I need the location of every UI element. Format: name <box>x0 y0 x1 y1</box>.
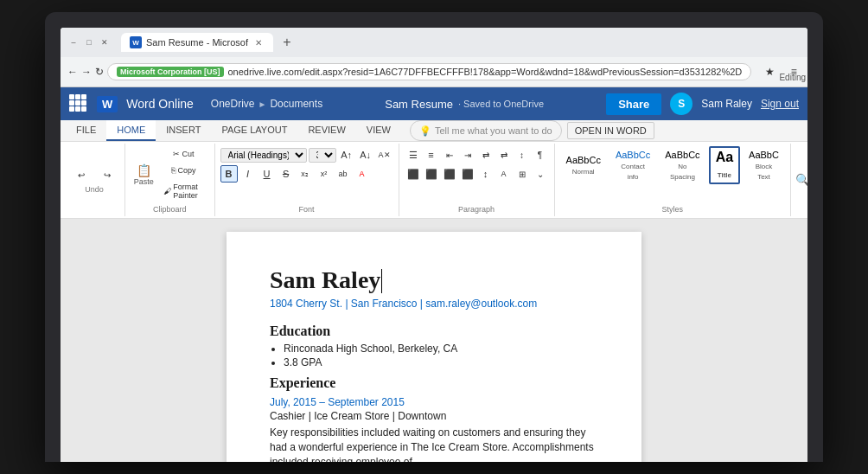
browser-tab[interactable]: W Sam Resume - Microsof ✕ <box>121 33 273 52</box>
saved-status: · Saved to OneDrive <box>458 99 544 109</box>
text-cursor <box>381 269 382 293</box>
show-marks-button[interactable]: ¶ <box>532 146 549 163</box>
decrease-indent-button[interactable]: ⇤ <box>441 146 458 163</box>
user-name[interactable]: Sam Raley <box>701 98 752 110</box>
clear-format-button[interactable]: A✕ <box>376 146 393 163</box>
search-button[interactable]: 🔍 <box>795 171 807 189</box>
style-contact-info[interactable]: AaBbCcContact info <box>610 147 656 183</box>
share-browser-button[interactable]: ⇧ <box>807 61 807 83</box>
font-color-button[interactable]: A <box>354 165 371 183</box>
address-bar[interactable]: Microsoft Corporation [US] onedrive.live… <box>107 63 751 80</box>
rtl-button[interactable]: ⇄ <box>477 146 495 163</box>
align-center-button[interactable]: ⬛ <box>423 165 440 183</box>
style-block-text[interactable]: AaBbCBlock Text <box>743 147 785 183</box>
breadcrumb: OneDrive ► Documents <box>211 98 322 110</box>
bullets-button[interactable]: ☰ <box>405 146 422 163</box>
minimize-button[interactable]: – <box>67 36 80 48</box>
borders-button[interactable]: ⊞ <box>514 165 531 183</box>
skype-icon[interactable]: S <box>670 93 692 115</box>
file-name: Sam Resume <box>385 98 453 111</box>
font-size-select[interactable]: 34 <box>309 148 336 163</box>
bookmark-button[interactable]: ★ <box>758 61 781 83</box>
format-painter-button[interactable]: 🖌 Format Painter <box>158 179 208 203</box>
doc-author-name: Sam Raley <box>270 266 598 294</box>
browser-titlebar: – □ ✕ W Sam Resume - Microsof ✕ + <box>61 28 807 57</box>
open-word-button[interactable]: OPEN IN WORD <box>567 122 654 139</box>
style-normal[interactable]: AaBbCcNormal <box>560 152 607 178</box>
refresh-button[interactable]: ↻ <box>95 61 104 83</box>
style-gallery: AaBbCcNormal AaBbCcContact info AaBbCcNo… <box>560 146 785 184</box>
doc-job-date: July, 2015 – September 2015 <box>270 396 598 408</box>
styles-label: Styles <box>661 205 683 214</box>
doc-school: Rinconada High School, Berkeley, CA <box>284 343 598 355</box>
redo-button[interactable]: ↪ <box>95 167 119 183</box>
back-button[interactable]: ← <box>67 61 78 83</box>
tab-home[interactable]: HOME <box>106 120 156 141</box>
tell-me-input[interactable]: 💡 Tell me what you want to do <box>410 120 562 141</box>
paste-button[interactable]: 📋 Paste <box>131 160 156 190</box>
undo-button[interactable]: ↩ <box>69 167 93 183</box>
doc-education-list: Rinconada High School, Berkeley, CA 3.8 … <box>270 343 598 368</box>
subscript-button[interactable]: x₂ <box>297 165 314 183</box>
increase-indent-button[interactable]: ⇥ <box>459 146 476 163</box>
tab-insert[interactable]: INSERT <box>156 120 211 141</box>
style-no-spacing[interactable]: AaBbCcNo Spacing <box>659 147 705 183</box>
font-controls: Arial (Headings) 34 A↑ A↓ A✕ B <box>220 146 393 183</box>
window-controls: – □ ✕ <box>67 36 111 48</box>
justify-button[interactable]: ⬛ <box>459 165 476 183</box>
tab-file[interactable]: FILE <box>66 120 106 141</box>
word-app: W Word Online OneDrive ► Documents Sam R… <box>61 87 807 462</box>
shading-button[interactable]: A <box>495 165 513 183</box>
copy-button[interactable]: ⎘ Copy <box>158 163 208 178</box>
document-area: Sam Raley 1804 Cherry St. | San Francisc… <box>61 219 807 462</box>
doc-job-description: Key responsibilities included waiting on… <box>270 426 598 462</box>
apps-grid-button[interactable] <box>69 94 88 113</box>
doc-education-title: Education <box>270 323 598 339</box>
decrease-font-button[interactable]: A↓ <box>357 146 374 163</box>
expand-para-button[interactable]: ⌄ <box>532 165 549 183</box>
numbering-button[interactable]: ≡ <box>423 146 440 163</box>
tab-close-button[interactable]: ✕ <box>252 36 265 48</box>
share-button[interactable]: Share <box>606 93 661 115</box>
font-group: Arial (Headings) 34 A↑ A↓ A✕ B <box>215 144 399 216</box>
font-label: Font <box>299 205 315 214</box>
ribbon-tabs: FILE HOME INSERT PAGE LAYOUT REVIEW VIEW… <box>61 120 807 142</box>
secure-badge: Microsoft Corporation [US] <box>117 67 224 77</box>
increase-font-button[interactable]: A↑ <box>338 146 355 163</box>
superscript-button[interactable]: x² <box>316 165 333 183</box>
tab-view[interactable]: VIEW <box>356 120 401 141</box>
line-spacing-button[interactable]: ↕ <box>477 165 495 183</box>
ribbon-toolbar: ↩ ↪ Undo 📋 Paste ✂ C <box>61 142 807 218</box>
underline-button[interactable]: U <box>258 165 276 183</box>
breadcrumb-onedrive[interactable]: OneDrive <box>211 98 255 110</box>
tab-review[interactable]: REVIEW <box>297 120 355 141</box>
ltr-button[interactable]: ⇄ <box>495 146 513 163</box>
cut-button[interactable]: ✂ Cut <box>158 146 208 162</box>
italic-button[interactable]: I <box>239 165 257 183</box>
doc-gpa: 3.8 GPA <box>284 356 598 368</box>
document-page: Sam Raley 1804 Cherry St. | San Francisc… <box>227 232 641 462</box>
search-group: 🔍 <box>791 144 807 216</box>
close-button[interactable]: ✕ <box>99 36 111 48</box>
sign-out-link[interactable]: Sign out <box>761 98 799 110</box>
tab-title: Sam Resume - Microsof <box>146 37 248 48</box>
bold-button[interactable]: B <box>220 165 238 183</box>
clipboard-group: 📋 Paste ✂ Cut ⎘ Copy 🖌 Format Painter Cl… <box>125 144 215 216</box>
address-text: onedrive.live.com/edit.aspx?resid=1A6C77… <box>228 67 743 77</box>
highlight-button[interactable]: ab <box>335 165 352 183</box>
maximize-button[interactable]: □ <box>83 36 95 48</box>
styles-group: AaBbCcNormal AaBbCcContact info AaBbCcNo… <box>555 144 791 216</box>
sort-button[interactable]: ↕ <box>514 146 531 163</box>
align-left-button[interactable]: ⬛ <box>405 165 422 183</box>
tab-page-layout[interactable]: PAGE LAYOUT <box>211 120 297 141</box>
align-right-button[interactable]: ⬛ <box>441 165 458 183</box>
forward-button[interactable]: → <box>81 61 92 83</box>
word-logo: W <box>97 96 118 112</box>
font-family-select[interactable]: Arial (Headings) <box>220 148 307 163</box>
word-header: W Word Online OneDrive ► Documents Sam R… <box>61 87 807 120</box>
breadcrumb-documents[interactable]: Documents <box>270 98 322 110</box>
doc-job-subtitle: Cashier | Ice Cream Store | Downtown <box>270 410 598 422</box>
style-title[interactable]: AaTitle <box>709 146 740 184</box>
new-tab-button[interactable]: + <box>277 32 297 53</box>
strikethrough-button[interactable]: S <box>278 165 295 183</box>
